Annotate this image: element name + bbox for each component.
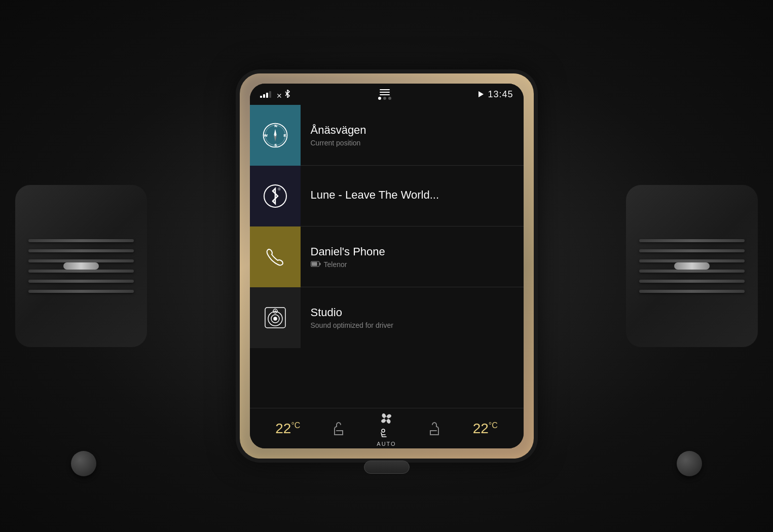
svg-point-22	[274, 317, 277, 320]
page-indicator	[378, 97, 391, 100]
seat-person-icon	[379, 429, 393, 440]
svg-marker-7	[274, 129, 276, 135]
speaker-icon	[263, 305, 288, 330]
auto-label: AUTO	[377, 441, 396, 447]
phone-item[interactable]: Daniel's Phone Telenor	[250, 226, 524, 287]
temp-left-display[interactable]: 22°C	[275, 421, 300, 437]
svg-point-24	[274, 311, 276, 312]
screen-frame: ⨯	[240, 73, 534, 459]
clock-display: 13:45	[488, 89, 513, 100]
music-text: Lune - Leave The World...	[301, 188, 524, 204]
svg-point-26	[382, 429, 385, 432]
right-vent	[626, 185, 758, 347]
status-center	[378, 89, 391, 100]
phone-subtitle: Telenor	[311, 260, 524, 269]
phone-title: Daniel's Phone	[311, 245, 524, 258]
sound-title: Studio	[311, 306, 524, 319]
bluetooth-icon: ®	[264, 184, 287, 208]
battery-icon	[311, 260, 321, 269]
navigation-title: Ånäsvägen	[311, 124, 524, 137]
svg-point-25	[385, 417, 388, 420]
phone-icon	[264, 245, 287, 269]
compass-icon: N S E W	[262, 122, 289, 149]
svg-text:N: N	[274, 123, 277, 128]
main-content: N S E W	[250, 105, 524, 408]
car-interior: ⨯	[0, 0, 773, 532]
climate-bar: 22°C	[250, 408, 524, 448]
phone-icon-box	[250, 226, 301, 287]
home-button[interactable]	[364, 461, 410, 474]
svg-marker-0	[478, 91, 484, 97]
bluetooth-icon-box: ®	[250, 166, 301, 226]
bluetooth-status-icon: ⨯	[276, 90, 291, 99]
temp-right-display[interactable]: 22°C	[473, 421, 498, 437]
fan-icon	[378, 410, 394, 427]
status-bar: ⨯	[250, 84, 524, 105]
sound-item[interactable]: Studio Sound optimized for driver	[250, 287, 524, 348]
music-title: Lune - Leave The World...	[311, 188, 524, 202]
sound-text: Studio Sound optimized for driver	[301, 306, 524, 329]
music-item[interactable]: ® Lune - Leave The World...	[250, 166, 524, 226]
seat-heat-left-icon[interactable]	[332, 421, 346, 437]
status-right: 13:45	[478, 89, 513, 100]
status-left: ⨯	[260, 90, 291, 99]
navigation-subtitle: Current position	[311, 139, 524, 147]
play-icon	[478, 91, 484, 97]
signal-bars-icon	[260, 91, 271, 98]
svg-text:S: S	[274, 142, 277, 147]
sound-subtitle: Sound optimized for driver	[311, 321, 524, 329]
svg-marker-8	[274, 135, 276, 142]
sound-icon-box	[250, 287, 301, 348]
left-vent	[15, 185, 147, 347]
svg-text:®: ®	[278, 187, 281, 192]
infotainment-screen: ⨯	[250, 84, 524, 448]
svg-rect-17	[311, 262, 317, 265]
svg-rect-18	[319, 262, 320, 265]
seat-heat-right-icon[interactable]	[427, 421, 441, 437]
climate-center[interactable]: AUTO	[377, 410, 396, 447]
right-knob[interactable]	[677, 451, 702, 476]
navigation-icon-box: N S E W	[250, 105, 301, 166]
menu-icon[interactable]	[380, 89, 390, 95]
svg-point-9	[274, 134, 276, 136]
navigation-text: Ånäsvägen Current position	[301, 124, 524, 147]
left-knob[interactable]	[71, 451, 96, 476]
phone-text: Daniel's Phone Telenor	[301, 245, 524, 269]
navigation-item[interactable]: N S E W	[250, 105, 524, 166]
